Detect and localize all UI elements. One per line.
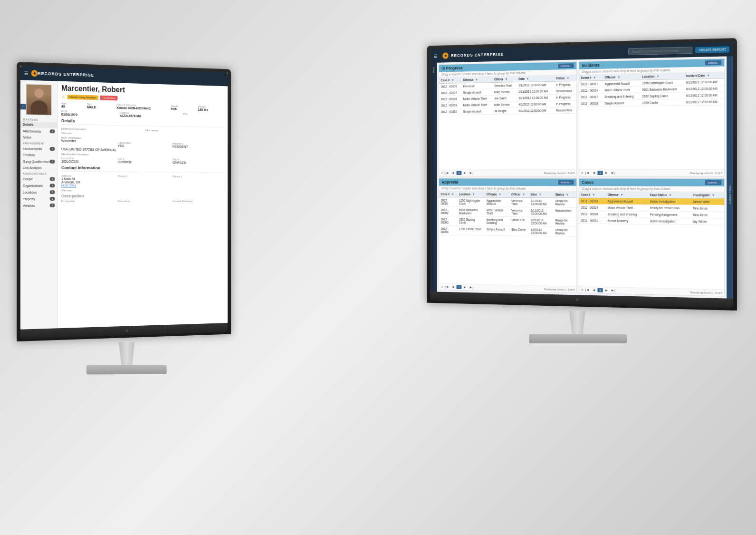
approval-actions-btn[interactable]: Actions...	[558, 180, 574, 185]
inc-prev-first-btn[interactable]: |◄	[584, 171, 590, 175]
col-ap-location[interactable]: Location ▼	[457, 191, 485, 197]
attorney-row: Attorney	[61, 189, 224, 192]
approval-table-container[interactable]: Case # ▼ Location ▼ Offense ▼ Officer ▼ …	[439, 191, 576, 286]
inc-next-last-btn[interactable]: ►|	[610, 171, 616, 175]
ap-prev-first-btn[interactable]: |◄	[444, 285, 450, 289]
inc-refresh-icon[interactable]: ↺	[581, 171, 584, 175]
sidebar-item-people[interactable]: People 3	[20, 175, 57, 182]
sidebar-item-property[interactable]: Property 1	[20, 195, 57, 202]
col-event[interactable]: Event # ▼	[579, 74, 603, 81]
col-officer[interactable]: Officer ▼	[492, 76, 517, 83]
ap-refresh-icon[interactable]: ↺	[441, 285, 443, 289]
menu-label[interactable]: Menu	[432, 67, 435, 73]
cases-actions-btn[interactable]: Actions...	[705, 180, 721, 185]
cases-table-container[interactable]: Case # ▼ Offense ▼ Case Status ▼ Investi…	[579, 192, 724, 290]
gang-label: Gang Qualification	[23, 160, 49, 164]
sidebar-item-link[interactable]: Link Analysis	[20, 165, 57, 171]
approval-pagination[interactable]: ↺ |◄ ◄ 1 ► ►|	[441, 285, 474, 290]
prev-btn[interactable]: ◄	[450, 171, 456, 175]
sidebar-item-gang[interactable]: Gang Qualification 7	[20, 158, 57, 165]
approval-display-count: Displaying Items 1 - 5 of 5	[544, 288, 575, 291]
col-ap-case[interactable]: Case # ▼	[439, 191, 457, 197]
incidents-table-container[interactable]: Event # ▼ Offense ▼ Location ▼ Incident …	[579, 72, 724, 170]
people-badge: 3	[49, 177, 55, 181]
id-row: Local ID # 102LOC532 SBI # 83958532 FBI …	[61, 156, 224, 165]
ap-status-2: Resubmitted	[554, 207, 576, 217]
next-btn[interactable]: ►	[462, 171, 468, 175]
ip-date-3: 3/21/2012 12:00:00 AM	[517, 94, 554, 101]
cs-next-btn[interactable]: ►	[603, 288, 609, 292]
sidebar-item-attachments[interactable]: Attachments 1	[20, 127, 57, 135]
table-row[interactable]: 2012 - 00004 1709 Castle Road Simple Ass…	[439, 225, 576, 236]
create-report-button[interactable]: CREATE REPORT	[695, 46, 729, 53]
in-progress-panel: In Progress Actions... Drag a column hea…	[439, 61, 577, 176]
approval-tbody: 2012 - 00001 1256 Nightingale Court Aggr…	[439, 197, 576, 237]
col-offense[interactable]: Offense ▼	[461, 77, 492, 83]
in-progress-actions-btn[interactable]: Actions...	[558, 63, 574, 68]
ip-status-1: In Progress	[554, 81, 576, 88]
in-progress-pagination[interactable]: ↺ |◄ ◄ 1 ► ►|	[441, 171, 474, 175]
table-row[interactable]: 2012 - 00031 Armed Robbery Under Investi…	[579, 217, 724, 225]
ap-case-1: 2012 - 00001	[439, 197, 457, 207]
next-last-btn[interactable]: ►|	[468, 171, 474, 175]
right-bezel-dot	[576, 298, 579, 301]
col-cs-offense[interactable]: Offense ▼	[606, 192, 648, 198]
cases-display-count: Displaying Items 1 - 5 of 5	[690, 291, 722, 294]
cs-status-2: Ready for Prosecution	[648, 204, 691, 211]
citizenship-value: YES	[118, 144, 171, 148]
sidebar-item-timeline[interactable]: Timeline	[20, 152, 57, 158]
table-row[interactable]: 2012 - 00010 Simple Assault Jill Wright …	[439, 107, 576, 115]
cs-status-1: Under Investigation	[648, 198, 691, 205]
prev-first-btn[interactable]: |◄	[444, 171, 450, 175]
right-hamburger-icon[interactable]: ☰	[434, 53, 438, 58]
ip-status-3: In Progress	[554, 94, 576, 101]
col-ap-offense[interactable]: Offense ▼	[485, 191, 509, 197]
phone2-label: Phone 2	[172, 175, 224, 178]
cs-prev-first-btn[interactable]: |◄	[584, 288, 590, 292]
col-ap-officer[interactable]: Officer ▼	[509, 191, 529, 197]
cs-next-last-btn[interactable]: ►|	[610, 288, 616, 292]
sidebar-item-organizations[interactable]: Organizations 1	[20, 182, 57, 189]
sidebar-item-vehicles[interactable]: Vehicles 1	[20, 202, 57, 209]
col-status[interactable]: Status ▼	[554, 75, 576, 81]
col-cs-investigator[interactable]: Investigator ▼	[691, 192, 724, 199]
ap-prev-btn[interactable]: ◄	[450, 285, 456, 289]
ap-next-last-btn[interactable]: ►|	[468, 285, 474, 290]
cs-prev-btn[interactable]: ◄	[591, 288, 596, 292]
table-row[interactable]: 2012 - 00018 Simple Assault 1709 Castle …	[579, 98, 724, 107]
in-progress-table-container[interactable]: Case # ▼ Offense ▼ Officer ▼ Date ▼ Stat…	[439, 75, 576, 169]
inc-next-btn[interactable]: ►	[603, 171, 609, 175]
search-input[interactable]	[628, 47, 692, 55]
in-progress-display-count: Displaying Items 1 - 5 of 5	[544, 172, 575, 175]
incidents-actions-btn[interactable]: Actions...	[705, 60, 721, 66]
ip-officer-4: Mike Barnes	[492, 101, 517, 108]
hamburger-icon[interactable]: ☰	[24, 70, 29, 76]
col-case[interactable]: Case # ▼	[439, 77, 461, 84]
address-link[interactable]: HLIF 2041	[61, 184, 116, 187]
inc-prev-btn[interactable]: ◄	[591, 171, 596, 175]
col-cs-case[interactable]: Case # ▼	[579, 192, 606, 198]
col-ap-status[interactable]: Status ▼	[554, 192, 576, 198]
inc-location-3: 2332 Sapling Circle	[641, 92, 684, 99]
evidence-tracker-tab[interactable]: Evidence Tracker	[727, 56, 733, 299]
col-cs-status[interactable]: Case Status ▼	[648, 192, 691, 198]
col-ap-date[interactable]: Date ▼	[529, 192, 554, 198]
refresh-icon[interactable]: ↺	[441, 171, 443, 175]
race-field: Race & Ethnicity Korean NON-HISPANIC	[116, 103, 167, 110]
col-inc-offense[interactable]: Offense ▼	[603, 74, 641, 81]
ip-offense-1: Homicide	[461, 83, 492, 89]
side-tab[interactable]	[20, 104, 26, 109]
ip-case-3: 2012 - 00008	[439, 96, 461, 102]
cs-refresh-icon[interactable]: ↺	[581, 288, 584, 292]
table-row[interactable]: 2012 - 00001 1256 Nightingale Court Aggr…	[439, 197, 576, 208]
left-bezel: ☰ RECORDS ENTERPRISE MASTERS	[17, 62, 231, 341]
sidebar-item-locations[interactable]: Locations 2	[20, 189, 57, 195]
ap-next-btn[interactable]: ►	[462, 285, 468, 290]
in-progress-footer: ↺ |◄ ◄ 1 ► ►| Displaying Items 1 - 5 of …	[439, 169, 576, 176]
sidebar-item-notes[interactable]: Notes	[20, 134, 57, 141]
cases-pagination[interactable]: ↺ |◄ ◄ 1 ► ►|	[581, 288, 616, 292]
inc-event-3: 2012 - 00017	[579, 94, 603, 100]
table-row[interactable]: 2012 - 00002 5601 Barbados Boulevard Mot…	[439, 207, 576, 217]
incidents-pagination[interactable]: ↺ |◄ ◄ 1 ► ►|	[581, 171, 616, 175]
sidebar-item-involvements[interactable]: Involvements 7	[20, 145, 57, 152]
